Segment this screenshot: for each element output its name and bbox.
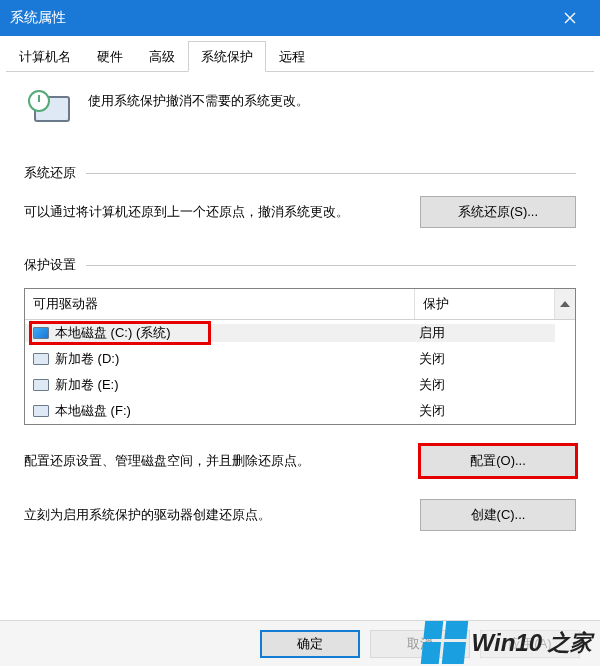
apply-button[interactable]: 应用(A) [480, 630, 580, 658]
create-row: 立刻为启用系统保护的驱动器创建还原点。 创建(C)... [24, 499, 576, 531]
window-title: 系统属性 [10, 9, 550, 27]
table-header: 可用驱动器 保护 [25, 289, 575, 320]
restore-row: 可以通过将计算机还原到上一个还原点，撤消系统更改。 系统还原(S)... [24, 196, 576, 228]
table-row[interactable]: 本地磁盘 (F:) 关闭 [25, 398, 575, 424]
drive-icon [33, 353, 49, 365]
configure-button[interactable]: 配置(O)... [420, 445, 576, 477]
tab-advanced[interactable]: 高级 [136, 41, 188, 72]
col-protection[interactable]: 保护 [415, 289, 555, 319]
divider [86, 173, 576, 174]
drive-name: 本地磁盘 (C:) (系统) [55, 324, 171, 342]
tab-computer-name[interactable]: 计算机名 [6, 41, 84, 72]
section-settings-title: 保护设置 [24, 256, 76, 274]
drive-status: 关闭 [415, 376, 555, 394]
drive-name: 新加卷 (D:) [55, 350, 119, 368]
drive-icon [33, 379, 49, 391]
table-body: 本地磁盘 (C:) (系统) 启用 新加卷 (D:) 关闭 新加卷 (E:) 关… [25, 320, 575, 424]
table-row[interactable]: 新加卷 (D:) 关闭 [25, 346, 575, 372]
ok-button[interactable]: 确定 [260, 630, 360, 658]
section-restore-header: 系统还原 [24, 164, 576, 182]
tab-strip: 计算机名 硬件 高级 系统保护 远程 [6, 42, 594, 72]
dialog-footer: 确定 取消 应用(A) [0, 620, 600, 666]
scroll-up[interactable] [555, 289, 575, 319]
section-settings-header: 保护设置 [24, 256, 576, 274]
drive-status: 关闭 [415, 402, 555, 420]
table-row[interactable]: 本地磁盘 (C:) (系统) 启用 [25, 320, 575, 346]
section-restore-title: 系统还原 [24, 164, 76, 182]
configure-row: 配置还原设置、管理磁盘空间，并且删除还原点。 配置(O)... [24, 445, 576, 477]
close-icon [564, 12, 576, 24]
create-button[interactable]: 创建(C)... [420, 499, 576, 531]
cancel-button[interactable]: 取消 [370, 630, 470, 658]
divider [86, 265, 576, 266]
drive-name: 新加卷 (E:) [55, 376, 119, 394]
drive-icon [33, 327, 49, 339]
intro-row: 使用系统保护撤消不需要的系统更改。 [28, 90, 576, 134]
system-restore-button[interactable]: 系统还原(S)... [420, 196, 576, 228]
configure-desc: 配置还原设置、管理磁盘空间，并且删除还原点。 [24, 450, 400, 472]
close-button[interactable] [550, 0, 590, 36]
drive-status: 启用 [415, 324, 555, 342]
titlebar: 系统属性 [0, 0, 600, 36]
create-desc: 立刻为启用系统保护的驱动器创建还原点。 [24, 504, 400, 526]
tab-panel: 使用系统保护撤消不需要的系统更改。 系统还原 可以通过将计算机还原到上一个还原点… [0, 72, 600, 551]
col-drive[interactable]: 可用驱动器 [25, 289, 415, 319]
drive-table: 可用驱动器 保护 本地磁盘 (C:) (系统) 启用 新加卷 (D:) 关闭 新… [24, 288, 576, 425]
restore-desc: 可以通过将计算机还原到上一个还原点，撤消系统更改。 [24, 201, 400, 223]
tab-hardware[interactable]: 硬件 [84, 41, 136, 72]
tab-remote[interactable]: 远程 [266, 41, 318, 72]
drive-status: 关闭 [415, 350, 555, 368]
tab-system-protection[interactable]: 系统保护 [188, 41, 266, 72]
drive-icon [33, 405, 49, 417]
intro-text: 使用系统保护撤消不需要的系统更改。 [88, 90, 309, 110]
drive-name: 本地磁盘 (F:) [55, 402, 131, 420]
chevron-up-icon [560, 301, 570, 307]
system-protection-icon [28, 90, 76, 134]
table-row[interactable]: 新加卷 (E:) 关闭 [25, 372, 575, 398]
